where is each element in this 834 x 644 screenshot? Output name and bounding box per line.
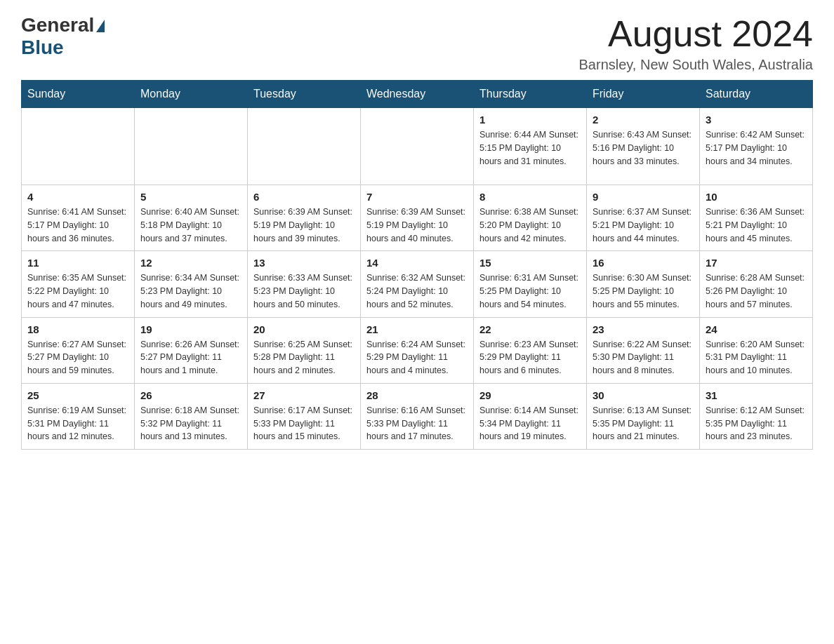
day-number: 18	[27, 323, 128, 335]
day-info: Sunrise: 6:22 AM Sunset: 5:30 PM Dayligh…	[593, 338, 694, 377]
calendar-day-cell: 7Sunrise: 6:39 AM Sunset: 5:19 PM Daylig…	[361, 185, 474, 251]
day-info: Sunrise: 6:24 AM Sunset: 5:29 PM Dayligh…	[366, 338, 468, 377]
day-number: 25	[27, 389, 128, 401]
day-info: Sunrise: 6:39 AM Sunset: 5:19 PM Dayligh…	[366, 206, 468, 245]
day-info: Sunrise: 6:27 AM Sunset: 5:27 PM Dayligh…	[27, 338, 128, 377]
calendar-week-row: 4Sunrise: 6:41 AM Sunset: 5:17 PM Daylig…	[22, 185, 813, 251]
calendar-table: SundayMondayTuesdayWednesdayThursdayFrid…	[21, 80, 813, 450]
calendar-day-cell: 5Sunrise: 6:40 AM Sunset: 5:18 PM Daylig…	[135, 185, 248, 251]
day-number: 7	[366, 191, 468, 203]
day-info: Sunrise: 6:39 AM Sunset: 5:19 PM Dayligh…	[253, 206, 355, 245]
calendar-title: August 2024	[579, 14, 813, 54]
day-info: Sunrise: 6:20 AM Sunset: 5:31 PM Dayligh…	[706, 338, 807, 377]
calendar-week-row: 11Sunrise: 6:35 AM Sunset: 5:22 PM Dayli…	[22, 251, 813, 317]
page-header: General Blue August 2024 Barnsley, New S…	[21, 14, 813, 73]
weekday-header-saturday: Saturday	[700, 81, 813, 108]
day-number: 26	[140, 389, 241, 401]
weekday-header-friday: Friday	[587, 81, 700, 108]
logo-blue-text: Blue	[21, 36, 64, 59]
day-info: Sunrise: 6:38 AM Sunset: 5:20 PM Dayligh…	[479, 206, 581, 245]
calendar-day-cell: 15Sunrise: 6:31 AM Sunset: 5:25 PM Dayli…	[474, 251, 587, 317]
calendar-day-cell: 30Sunrise: 6:13 AM Sunset: 5:35 PM Dayli…	[587, 383, 700, 449]
day-number: 2	[593, 114, 694, 126]
calendar-day-cell: 16Sunrise: 6:30 AM Sunset: 5:25 PM Dayli…	[587, 251, 700, 317]
weekday-header-thursday: Thursday	[474, 81, 587, 108]
day-info: Sunrise: 6:31 AM Sunset: 5:25 PM Dayligh…	[479, 271, 581, 311]
weekday-header-row: SundayMondayTuesdayWednesdayThursdayFrid…	[22, 81, 813, 108]
weekday-header-sunday: Sunday	[22, 81, 135, 108]
day-number: 10	[706, 191, 807, 203]
day-number: 5	[140, 191, 241, 203]
day-number: 6	[253, 191, 355, 203]
calendar-day-cell: 11Sunrise: 6:35 AM Sunset: 5:22 PM Dayli…	[22, 251, 135, 317]
day-info: Sunrise: 6:36 AM Sunset: 5:21 PM Dayligh…	[706, 206, 807, 245]
day-number: 8	[479, 191, 581, 203]
calendar-day-cell: 22Sunrise: 6:23 AM Sunset: 5:29 PM Dayli…	[474, 317, 587, 383]
calendar-day-cell: 19Sunrise: 6:26 AM Sunset: 5:27 PM Dayli…	[135, 317, 248, 383]
calendar-day-cell: 12Sunrise: 6:34 AM Sunset: 5:23 PM Dayli…	[135, 251, 248, 317]
day-number: 9	[593, 191, 694, 203]
day-info: Sunrise: 6:32 AM Sunset: 5:24 PM Dayligh…	[366, 271, 468, 311]
calendar-day-cell: 18Sunrise: 6:27 AM Sunset: 5:27 PM Dayli…	[22, 317, 135, 383]
day-number: 4	[27, 191, 128, 203]
calendar-day-cell	[22, 108, 135, 185]
day-info: Sunrise: 6:43 AM Sunset: 5:16 PM Dayligh…	[593, 128, 694, 168]
day-number: 17	[706, 257, 807, 269]
calendar-day-cell: 21Sunrise: 6:24 AM Sunset: 5:29 PM Dayli…	[361, 317, 474, 383]
day-info: Sunrise: 6:33 AM Sunset: 5:23 PM Dayligh…	[253, 271, 355, 311]
calendar-day-cell: 3Sunrise: 6:42 AM Sunset: 5:17 PM Daylig…	[700, 108, 813, 185]
calendar-day-cell: 25Sunrise: 6:19 AM Sunset: 5:31 PM Dayli…	[22, 383, 135, 449]
day-info: Sunrise: 6:18 AM Sunset: 5:32 PM Dayligh…	[140, 404, 241, 443]
weekday-header-wednesday: Wednesday	[361, 81, 474, 108]
calendar-day-cell: 9Sunrise: 6:37 AM Sunset: 5:21 PM Daylig…	[587, 185, 700, 251]
day-info: Sunrise: 6:14 AM Sunset: 5:34 PM Dayligh…	[479, 404, 581, 443]
calendar-day-cell: 4Sunrise: 6:41 AM Sunset: 5:17 PM Daylig…	[22, 185, 135, 251]
weekday-header-tuesday: Tuesday	[248, 81, 361, 108]
day-number: 13	[253, 257, 355, 269]
day-number: 28	[366, 389, 468, 401]
day-info: Sunrise: 6:17 AM Sunset: 5:33 PM Dayligh…	[253, 404, 355, 443]
day-info: Sunrise: 6:34 AM Sunset: 5:23 PM Dayligh…	[140, 271, 241, 311]
day-number: 14	[366, 257, 468, 269]
day-number: 24	[706, 323, 807, 335]
calendar-day-cell: 28Sunrise: 6:16 AM Sunset: 5:33 PM Dayli…	[361, 383, 474, 449]
calendar-week-row: 18Sunrise: 6:27 AM Sunset: 5:27 PM Dayli…	[22, 317, 813, 383]
day-info: Sunrise: 6:30 AM Sunset: 5:25 PM Dayligh…	[593, 271, 694, 311]
day-info: Sunrise: 6:23 AM Sunset: 5:29 PM Dayligh…	[479, 338, 581, 377]
day-info: Sunrise: 6:25 AM Sunset: 5:28 PM Dayligh…	[253, 338, 355, 377]
calendar-day-cell: 29Sunrise: 6:14 AM Sunset: 5:34 PM Dayli…	[474, 383, 587, 449]
day-number: 3	[706, 114, 807, 126]
day-number: 31	[706, 389, 807, 401]
calendar-day-cell: 10Sunrise: 6:36 AM Sunset: 5:21 PM Dayli…	[700, 185, 813, 251]
day-number: 19	[140, 323, 241, 335]
day-number: 12	[140, 257, 241, 269]
logo: General Blue	[21, 14, 105, 59]
day-number: 27	[253, 389, 355, 401]
day-info: Sunrise: 6:35 AM Sunset: 5:22 PM Dayligh…	[27, 271, 128, 311]
day-number: 30	[593, 389, 694, 401]
calendar-day-cell: 1Sunrise: 6:44 AM Sunset: 5:15 PM Daylig…	[474, 108, 587, 185]
calendar-day-cell	[135, 108, 248, 185]
day-number: 20	[253, 323, 355, 335]
day-info: Sunrise: 6:28 AM Sunset: 5:26 PM Dayligh…	[706, 271, 807, 311]
title-section: August 2024 Barnsley, New South Wales, A…	[579, 14, 813, 73]
day-info: Sunrise: 6:16 AM Sunset: 5:33 PM Dayligh…	[366, 404, 468, 443]
day-number: 15	[479, 257, 581, 269]
calendar-day-cell: 24Sunrise: 6:20 AM Sunset: 5:31 PM Dayli…	[700, 317, 813, 383]
calendar-day-cell: 6Sunrise: 6:39 AM Sunset: 5:19 PM Daylig…	[248, 185, 361, 251]
day-number: 22	[479, 323, 581, 335]
logo-general-text: General	[21, 14, 94, 36]
day-number: 16	[593, 257, 694, 269]
day-info: Sunrise: 6:40 AM Sunset: 5:18 PM Dayligh…	[140, 206, 241, 245]
day-number: 23	[593, 323, 694, 335]
day-info: Sunrise: 6:44 AM Sunset: 5:15 PM Dayligh…	[479, 128, 581, 168]
calendar-week-row: 25Sunrise: 6:19 AM Sunset: 5:31 PM Dayli…	[22, 383, 813, 449]
day-info: Sunrise: 6:42 AM Sunset: 5:17 PM Dayligh…	[706, 128, 807, 168]
calendar-day-cell: 27Sunrise: 6:17 AM Sunset: 5:33 PM Dayli…	[248, 383, 361, 449]
calendar-day-cell	[361, 108, 474, 185]
calendar-day-cell: 8Sunrise: 6:38 AM Sunset: 5:20 PM Daylig…	[474, 185, 587, 251]
calendar-day-cell	[248, 108, 361, 185]
day-info: Sunrise: 6:26 AM Sunset: 5:27 PM Dayligh…	[140, 338, 241, 377]
day-info: Sunrise: 6:19 AM Sunset: 5:31 PM Dayligh…	[27, 404, 128, 443]
calendar-day-cell: 31Sunrise: 6:12 AM Sunset: 5:35 PM Dayli…	[700, 383, 813, 449]
